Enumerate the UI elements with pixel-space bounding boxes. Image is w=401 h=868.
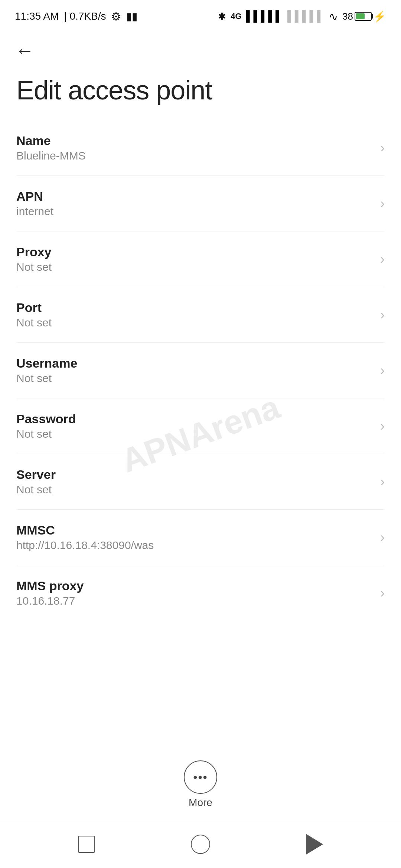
settings-item-port[interactable]: Port Not set › (16, 287, 385, 343)
settings-item-name[interactable]: Name Blueline-MMS › (16, 120, 385, 176)
network-4g-icon: 4G (231, 11, 241, 21)
back-icon (306, 834, 323, 855)
signal-bars2-icon: ▌▌▌▌▌ (287, 10, 324, 22)
settings-item-mms-proxy[interactable]: MMS proxy 10.16.18.77 › (16, 565, 385, 621)
settings-item-server[interactable]: Server Not set › (16, 454, 385, 510)
settings-item-value: Not set (16, 428, 373, 440)
settings-item-content: Port Not set (16, 300, 373, 329)
page-title: Edit access point (0, 68, 401, 120)
settings-item-value: http://10.16.18.4:38090/was (16, 539, 373, 552)
settings-item-content: Password Not set (16, 412, 373, 440)
settings-item-content: Server Not set (16, 467, 373, 496)
back-button[interactable]: ← (0, 30, 401, 68)
more-label: More (189, 797, 212, 809)
camera-icon: ▮▮ (126, 10, 137, 23)
nav-home-button[interactable] (186, 829, 215, 859)
bluetooth-icon: ✱ (218, 11, 226, 22)
nav-back-button[interactable] (300, 829, 329, 859)
settings-list: Name Blueline-MMS › APN internet › Proxy… (0, 120, 401, 621)
chevron-right-icon: › (380, 585, 385, 601)
chevron-right-icon: › (380, 140, 385, 156)
battery-indicator: 38 ⚡ (342, 10, 386, 23)
chevron-right-icon: › (380, 474, 385, 490)
settings-item-content: Name Blueline-MMS (16, 134, 373, 162)
settings-icon: ⚙ (111, 10, 121, 23)
settings-item-label: Server (16, 467, 373, 482)
settings-item-value: internet (16, 205, 373, 218)
settings-item-proxy[interactable]: Proxy Not set › (16, 231, 385, 287)
more-button[interactable]: ••• More (184, 760, 217, 809)
time-display: 11:35 AM (15, 10, 59, 22)
settings-item-label: MMSC (16, 523, 373, 537)
settings-item-password[interactable]: Password Not set › (16, 398, 385, 454)
recents-icon (78, 836, 95, 853)
navigation-bar (0, 820, 401, 868)
settings-item-label: APN (16, 189, 373, 204)
settings-item-label: Password (16, 412, 373, 426)
chevron-right-icon: › (380, 530, 385, 545)
settings-item-label: MMS proxy (16, 579, 373, 593)
settings-item-username[interactable]: Username Not set › (16, 343, 385, 398)
settings-item-label: Name (16, 134, 373, 148)
settings-item-value: Blueline-MMS (16, 149, 373, 162)
chevron-right-icon: › (380, 307, 385, 323)
settings-item-content: MMS proxy 10.16.18.77 (16, 579, 373, 607)
settings-item-mmsc[interactable]: MMSC http://10.16.18.4:38090/was › (16, 510, 385, 565)
settings-item-content: Username Not set (16, 356, 373, 385)
status-right: ✱ 4G ▌▌▌▌▌ ▌▌▌▌▌ ∿ 38 ⚡ (218, 10, 386, 23)
settings-item-apn[interactable]: APN internet › (16, 176, 385, 231)
chevron-right-icon: › (380, 363, 385, 378)
speed-display: | 0.7KB/s (64, 10, 106, 22)
settings-item-value: Not set (16, 483, 373, 496)
settings-item-content: MMSC http://10.16.18.4:38090/was (16, 523, 373, 552)
wifi-icon: ∿ (329, 10, 338, 23)
settings-item-value: Not set (16, 316, 373, 329)
chevron-right-icon: › (380, 418, 385, 434)
signal-bars-icon: ▌▌▌▌▌ (246, 10, 283, 22)
settings-item-label: Port (16, 300, 373, 315)
chevron-right-icon: › (380, 196, 385, 211)
back-arrow-icon: ← (15, 40, 34, 61)
settings-item-label: Proxy (16, 245, 373, 259)
chevron-right-icon: › (380, 251, 385, 267)
home-icon (191, 835, 210, 854)
settings-item-label: Username (16, 356, 373, 371)
settings-item-content: APN internet (16, 189, 373, 218)
nav-recents-button[interactable] (72, 829, 101, 859)
settings-item-content: Proxy Not set (16, 245, 373, 273)
settings-item-value: Not set (16, 372, 373, 385)
settings-item-value: 10.16.18.77 (16, 595, 373, 607)
status-left: 11:35 AM | 0.7KB/s ⚙ ▮▮ (15, 10, 137, 23)
more-circle-icon: ••• (184, 760, 217, 794)
settings-item-value: Not set (16, 261, 373, 273)
charging-icon: ⚡ (373, 10, 386, 23)
status-bar: 11:35 AM | 0.7KB/s ⚙ ▮▮ ✱ 4G ▌▌▌▌▌ ▌▌▌▌▌… (0, 0, 401, 30)
more-dots-icon: ••• (193, 771, 208, 783)
